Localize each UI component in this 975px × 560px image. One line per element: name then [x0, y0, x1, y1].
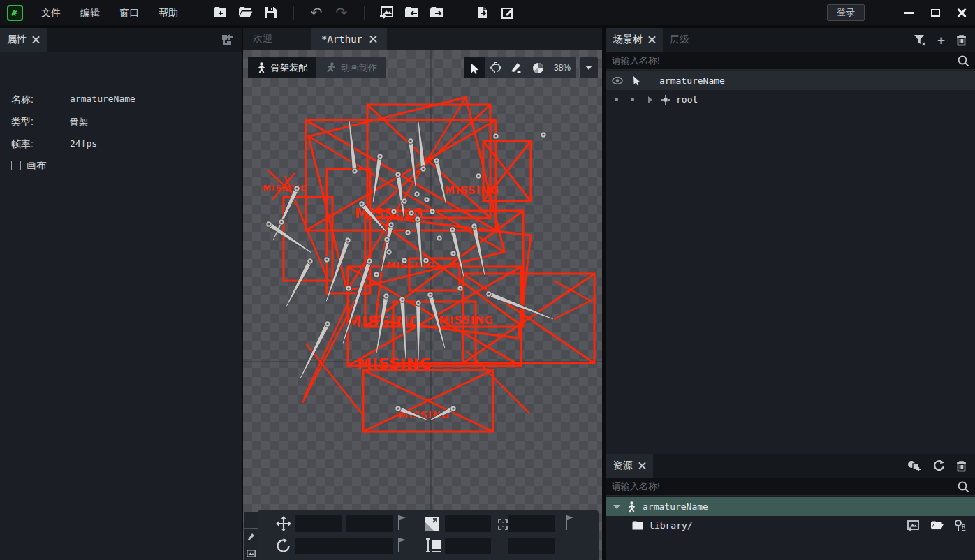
search-icon[interactable]	[957, 54, 969, 67]
transform-tab-blank[interactable]	[244, 512, 258, 528]
folder-icon	[632, 521, 643, 530]
scale-x-field[interactable]	[445, 515, 491, 532]
rotation-field[interactable]	[295, 538, 393, 554]
tab-welcome[interactable]: 欢迎	[243, 28, 282, 50]
trash-icon[interactable]	[956, 460, 967, 472]
svg-text:MISSING: MISSING	[439, 314, 494, 327]
tab-resources[interactable]: 资源	[606, 454, 653, 478]
menu-file[interactable]: 文件	[31, 0, 71, 25]
add-node-icon[interactable]: +	[937, 34, 945, 47]
open-project-icon[interactable]	[235, 3, 256, 22]
scale-y-field[interactable]	[508, 515, 555, 532]
resource-search-input[interactable]	[606, 481, 957, 492]
trash-icon[interactable]	[956, 34, 967, 46]
close-icon[interactable]	[648, 36, 656, 44]
close-icon[interactable]	[638, 462, 646, 470]
resources-panel: 资源 armatureName library/ R	[606, 454, 975, 560]
property-label: 类型:	[11, 116, 70, 128]
close-icon[interactable]	[369, 36, 377, 43]
visibility-eye-icon[interactable]	[612, 77, 623, 84]
tab-document[interactable]: *Arthur	[311, 28, 387, 50]
resource-row-label: armatureName	[643, 501, 708, 512]
select-tool-button[interactable]	[464, 57, 485, 78]
add-resource-icon[interactable]	[907, 459, 921, 472]
scene-search-row	[606, 52, 975, 70]
open-folder-icon[interactable]	[930, 520, 944, 531]
resource-row-armature[interactable]: armatureName	[606, 497, 975, 516]
marquee-tool-button[interactable]	[485, 57, 506, 78]
rotation-flag-icon[interactable]	[397, 537, 407, 554]
rig-mode-button[interactable]: 骨架装配	[248, 57, 316, 78]
bone-crosshair-icon	[661, 95, 670, 105]
save-icon[interactable]	[261, 3, 281, 22]
undo-icon[interactable]: ↶	[306, 3, 327, 22]
redo-icon[interactable]: ↷	[331, 3, 352, 22]
tab-hierarchy[interactable]: 层级	[663, 28, 696, 52]
expand-caret-icon[interactable]	[648, 96, 652, 103]
hidden-eye-dot-icon[interactable]	[615, 98, 618, 101]
import-image-icon[interactable]	[907, 520, 921, 531]
toolbar-separator	[460, 6, 460, 20]
property-label: 名称:	[11, 94, 70, 106]
zoom-dropdown-button[interactable]	[580, 57, 598, 78]
select-cursor-icon[interactable]	[633, 76, 641, 86]
top-menubar: 文件 编辑 窗口 帮助 ↶ ↷ 登录	[0, 0, 975, 25]
cursor-icon	[469, 62, 481, 74]
person-icon	[257, 62, 266, 73]
collapse-caret-icon[interactable]	[613, 505, 620, 509]
import-image-icon[interactable]	[376, 3, 397, 22]
export-project-icon[interactable]	[427, 3, 448, 22]
locked-dot-icon[interactable]	[631, 98, 634, 101]
locate-resource-icon[interactable]: R	[954, 520, 967, 531]
transform-tab-image[interactable]	[244, 545, 258, 560]
scale-icon	[424, 516, 439, 531]
close-button[interactable]	[948, 2, 975, 23]
anim-mode-button[interactable]: 动画制作	[316, 57, 386, 78]
scale-flag-icon[interactable]	[565, 515, 575, 531]
rotate-icon	[276, 538, 291, 553]
maximize-button[interactable]	[922, 2, 948, 23]
import-project-icon[interactable]	[402, 3, 423, 22]
menu-help[interactable]: 帮助	[149, 0, 188, 25]
canvas-checkbox[interactable]	[11, 161, 21, 170]
new-project-icon[interactable]	[210, 3, 231, 22]
edit-text-icon[interactable]	[497, 3, 518, 22]
position-flag-icon[interactable]	[397, 515, 407, 531]
move-icon	[276, 516, 291, 531]
scene-search-input[interactable]	[606, 55, 957, 66]
filter-icon[interactable]	[914, 34, 926, 46]
canvas-checkbox-row: 画布	[11, 159, 46, 172]
search-icon[interactable]	[957, 480, 969, 493]
skew-icon	[425, 538, 442, 553]
create-bone-tool-button[interactable]	[506, 57, 527, 78]
dragonbones-logo-icon	[7, 5, 23, 21]
property-value-framerate: 24fps	[70, 138, 97, 151]
position-x-field[interactable]	[295, 515, 342, 532]
transform-tab-bone[interactable]	[244, 529, 258, 545]
property-type-row: 类型: 骨架	[11, 116, 88, 128]
export-file-icon[interactable]	[472, 3, 493, 22]
minimize-button[interactable]	[895, 2, 922, 23]
close-icon[interactable]	[32, 36, 40, 44]
link-icon[interactable]	[497, 519, 508, 530]
scene-row-label: root	[676, 94, 698, 105]
toolbar-separator	[364, 6, 365, 20]
stage-canvas[interactable]: MISSINGMISSINGMISSINGMISSINGMISSINGMISSI…	[243, 50, 602, 560]
skew-y-field[interactable]	[508, 538, 555, 554]
anim-mode-label: 动画制作	[341, 61, 377, 74]
resource-row-library[interactable]: library/ R	[606, 516, 975, 535]
scene-row-armature[interactable]: armatureName	[606, 71, 975, 90]
view-sphere-button[interactable]	[527, 57, 548, 78]
tab-scene-tree[interactable]: 场景树	[606, 28, 663, 52]
bone-pen-icon	[247, 533, 255, 541]
menu-edit[interactable]: 编辑	[71, 0, 110, 25]
login-button[interactable]: 登录	[827, 4, 865, 21]
position-y-field[interactable]	[346, 515, 393, 532]
scene-row-root[interactable]: root	[606, 90, 975, 109]
refresh-icon[interactable]	[932, 459, 945, 472]
tab-properties[interactable]: 属性	[0, 28, 47, 52]
skew-x-field[interactable]	[445, 538, 491, 554]
armature-person-icon	[627, 501, 636, 513]
menu-window[interactable]: 窗口	[110, 0, 149, 25]
tree-collapse-icon[interactable]	[220, 34, 234, 46]
